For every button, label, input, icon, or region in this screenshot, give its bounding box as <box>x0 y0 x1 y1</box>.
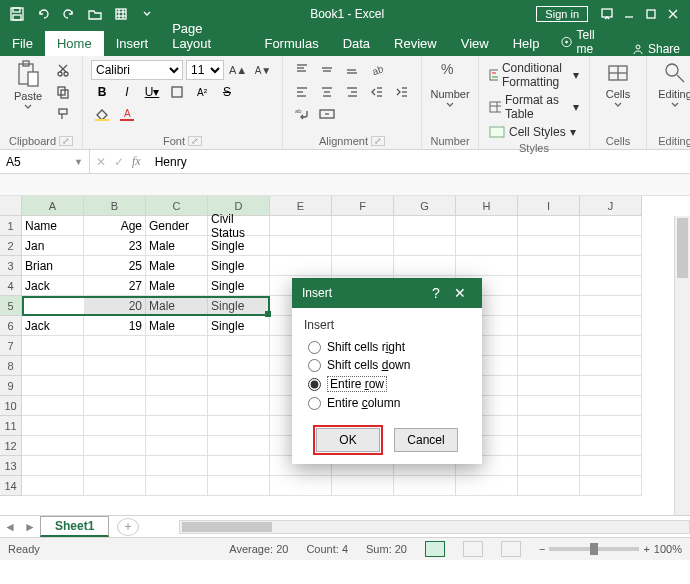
cell[interactable] <box>518 236 580 256</box>
cell[interactable] <box>580 436 642 456</box>
cell[interactable] <box>518 276 580 296</box>
cell[interactable] <box>580 356 642 376</box>
cell[interactable] <box>580 396 642 416</box>
cell[interactable]: Jack <box>22 276 84 296</box>
dialog-help-icon[interactable]: ? <box>424 285 448 301</box>
italic-icon[interactable]: I <box>116 82 138 102</box>
editing-button[interactable]: Editing <box>655 60 690 107</box>
cell[interactable] <box>84 356 146 376</box>
select-all-corner[interactable] <box>0 196 22 216</box>
cell[interactable] <box>456 476 518 496</box>
orientation-icon[interactable]: ab <box>366 60 388 80</box>
sheet-nav-next-icon[interactable]: ► <box>20 520 40 534</box>
cell[interactable] <box>146 336 208 356</box>
cell[interactable] <box>22 356 84 376</box>
decrease-indent-icon[interactable] <box>366 82 388 102</box>
font-size-combo[interactable]: 11 <box>186 60 224 80</box>
cell[interactable] <box>84 376 146 396</box>
page-break-view-icon[interactable] <box>501 541 521 557</box>
cell[interactable]: Gender <box>146 216 208 236</box>
open-icon[interactable] <box>84 3 106 25</box>
cell[interactable] <box>332 236 394 256</box>
redo-icon[interactable] <box>58 3 80 25</box>
row-header[interactable]: 5 <box>0 296 22 316</box>
increase-indent-icon[interactable] <box>391 82 413 102</box>
cell[interactable] <box>22 476 84 496</box>
underline-icon[interactable]: U▾ <box>141 82 163 102</box>
cell[interactable] <box>332 216 394 236</box>
cell[interactable] <box>580 216 642 236</box>
column-header[interactable]: B <box>84 196 146 216</box>
normal-view-icon[interactable] <box>425 541 445 557</box>
font-name-combo[interactable]: Calibri <box>91 60 183 80</box>
cell[interactable] <box>146 476 208 496</box>
conditional-formatting-button[interactable]: Conditional Formatting▾ <box>487 60 581 90</box>
row-header[interactable]: 6 <box>0 316 22 336</box>
cell[interactable]: Single <box>208 296 270 316</box>
cell[interactable] <box>518 396 580 416</box>
cell[interactable] <box>22 416 84 436</box>
cell[interactable]: Jan <box>22 236 84 256</box>
tab-home[interactable]: Home <box>45 31 104 56</box>
cell[interactable] <box>518 256 580 276</box>
column-header[interactable]: A <box>22 196 84 216</box>
radio-entire-column[interactable]: Entire column <box>308 394 466 412</box>
cell[interactable] <box>208 376 270 396</box>
zoom-out-icon[interactable]: − <box>539 543 545 555</box>
cell[interactable] <box>518 356 580 376</box>
bold-icon[interactable]: B <box>91 82 113 102</box>
tab-help[interactable]: Help <box>501 31 552 56</box>
cell[interactable]: Male <box>146 296 208 316</box>
border-icon[interactable] <box>166 82 188 102</box>
cells-button[interactable]: Cells <box>598 60 638 107</box>
cell[interactable] <box>84 456 146 476</box>
dialog-titlebar[interactable]: Insert ? ✕ <box>292 278 482 308</box>
cell[interactable]: Male <box>146 276 208 296</box>
cell[interactable] <box>580 296 642 316</box>
cell[interactable] <box>580 256 642 276</box>
radio-entire-row[interactable]: Entire row <box>308 374 466 394</box>
cell[interactable] <box>518 456 580 476</box>
zoom-slider[interactable] <box>549 547 639 551</box>
page-layout-view-icon[interactable] <box>463 541 483 557</box>
align-right-icon[interactable] <box>341 82 363 102</box>
merge-center-icon[interactable] <box>316 104 338 124</box>
sign-in-button[interactable]: Sign in <box>536 6 588 22</box>
cell[interactable]: 27 <box>84 276 146 296</box>
cell[interactable] <box>518 436 580 456</box>
cell[interactable] <box>208 476 270 496</box>
share-button[interactable]: Share <box>622 42 690 56</box>
cell[interactable] <box>22 456 84 476</box>
sheet-nav-prev-icon[interactable]: ◄ <box>0 520 20 534</box>
cell[interactable] <box>22 376 84 396</box>
cell[interactable] <box>456 216 518 236</box>
fill-color-icon[interactable] <box>91 104 113 124</box>
cell[interactable]: Age <box>84 216 146 236</box>
close-icon[interactable] <box>662 3 684 25</box>
cell[interactable] <box>518 316 580 336</box>
cell[interactable] <box>146 456 208 476</box>
row-header[interactable]: 1 <box>0 216 22 236</box>
cell[interactable] <box>394 236 456 256</box>
cell[interactable] <box>332 476 394 496</box>
new-icon[interactable] <box>110 3 132 25</box>
wrap-text-icon[interactable]: ab <box>291 104 313 124</box>
align-left-icon[interactable] <box>291 82 313 102</box>
tab-insert[interactable]: Insert <box>104 31 161 56</box>
row-header[interactable]: 10 <box>0 396 22 416</box>
shrink-font-icon[interactable]: A▼ <box>252 60 274 80</box>
strikethrough-icon[interactable]: S <box>216 82 238 102</box>
cell[interactable] <box>518 216 580 236</box>
cell[interactable]: Single <box>208 236 270 256</box>
cell[interactable] <box>518 476 580 496</box>
tab-view[interactable]: View <box>449 31 501 56</box>
cell[interactable]: Single <box>208 316 270 336</box>
column-header[interactable]: C <box>146 196 208 216</box>
fx-icon[interactable]: fx <box>132 154 141 169</box>
cell[interactable] <box>84 336 146 356</box>
cell[interactable] <box>518 376 580 396</box>
align-top-icon[interactable] <box>291 60 313 80</box>
cell[interactable] <box>146 356 208 376</box>
cell[interactable] <box>580 456 642 476</box>
cell[interactable]: Male <box>146 256 208 276</box>
